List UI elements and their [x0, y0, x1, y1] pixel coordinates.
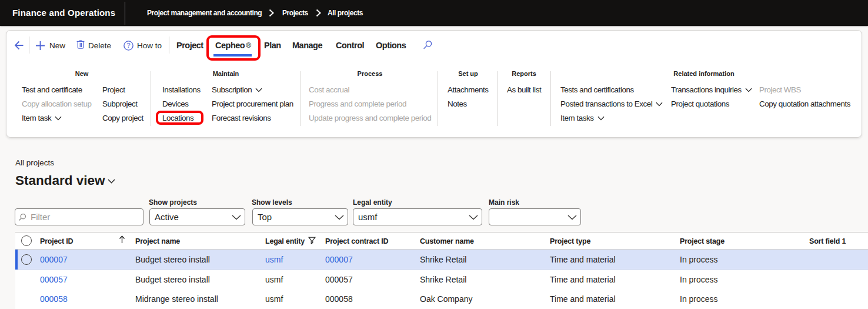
- svg-text:?: ?: [126, 42, 130, 49]
